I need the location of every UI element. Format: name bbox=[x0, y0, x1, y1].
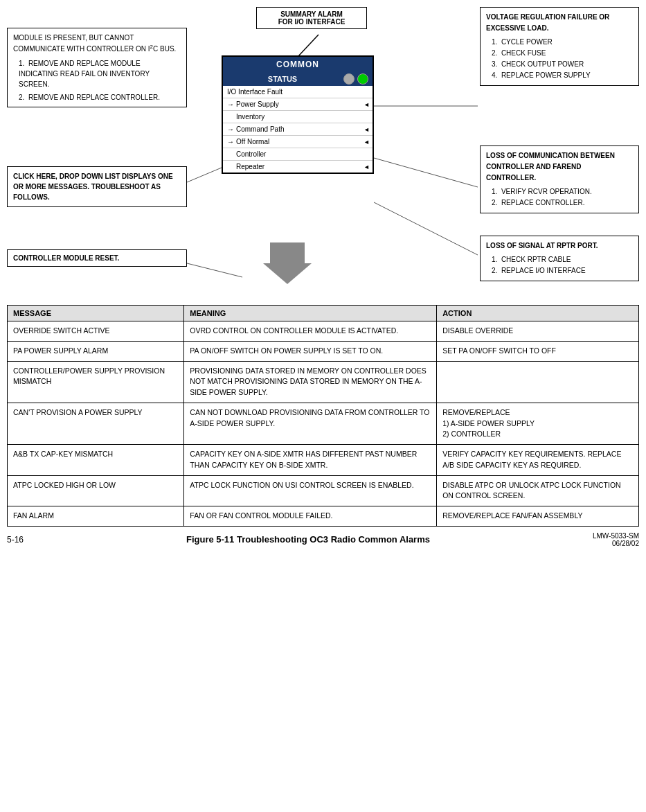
controller-reset-text: CONTROLLER MODULE RESET. bbox=[13, 254, 181, 262]
table-row: FAN ALARM FAN OR FAN CONTROL MODULE FAIL… bbox=[8, 506, 639, 527]
table-row: ATPC LOCKED HIGH OR LOW ATPC LOCK FUNCTI… bbox=[8, 475, 639, 506]
menu-label-command-path: Command Path bbox=[236, 125, 284, 133]
arrow-off-normal: → bbox=[227, 138, 234, 145]
meaning-override: OVRD CONTROL ON CONTROLLER MODULE IS ACT… bbox=[184, 321, 437, 342]
status-circle-a bbox=[343, 73, 355, 85]
menu-label-repeater: Repeater bbox=[236, 163, 264, 170]
svg-line-2 bbox=[374, 158, 478, 187]
right-arrow-off-normal: ◄ bbox=[364, 139, 370, 145]
arrow-body bbox=[270, 242, 305, 263]
arrow-power-supply: → bbox=[227, 100, 234, 108]
msg-cap-key: A&B TX CAP-KEY MISMATCH bbox=[8, 445, 184, 476]
loss-signal-item-1: 1. CHECK RPTR CABLE bbox=[492, 254, 633, 265]
menu-item-command-path[interactable]: → Command Path ◄ bbox=[223, 123, 373, 136]
summary-alarm-line1: SUMMARY ALARM bbox=[260, 10, 364, 18]
col-header-meaning: MEANING bbox=[184, 306, 437, 321]
voltage-item-3: 3. CHECK OUTPUT POWER bbox=[492, 59, 633, 70]
module-item-1: 1. REMOVE AND REPLACE MODULE INDICATING … bbox=[19, 58, 181, 89]
loss-comm-item-1: 1. VERIFY RCVR OPERATION. bbox=[492, 186, 633, 197]
page-number: 5-16 bbox=[7, 535, 24, 545]
msg-provision: CONTROLLER/POWER SUPPLY PROVISION MISMAT… bbox=[8, 361, 184, 403]
figure-caption: Figure 5-11 Troubleshooting OC3 Radio Co… bbox=[186, 534, 430, 545]
loss-signal-box: LOSS OF SIGNAL AT RPTR PORT. 1. CHECK RP… bbox=[480, 236, 639, 281]
status-label: STATUS bbox=[226, 75, 339, 83]
voltage-item-1: 1. CYCLE POWER bbox=[492, 37, 633, 48]
action-cap-key: VERIFY CAPACITY KEY REQUIREMENTS. REPLAC… bbox=[437, 445, 639, 476]
loss-signal-item-2: 2. REPLACE I/O INTERFACE bbox=[492, 265, 633, 276]
voltage-item-2: 2. CHECK FUSE bbox=[492, 48, 633, 59]
col-header-message: MESSAGE bbox=[8, 306, 184, 321]
right-arrow-power-supply: ◄ bbox=[364, 101, 370, 108]
table-row: A&B TX CAP-KEY MISMATCH CAPACITY KEY ON … bbox=[8, 445, 639, 476]
loss-comm-item-2: 2. REPLACE CONTROLLER. bbox=[492, 197, 633, 209]
col-header-action: ACTION bbox=[437, 306, 639, 321]
meaning-fan: FAN OR FAN CONTROL MODULE FAILED. bbox=[184, 506, 437, 527]
meaning-atpc: ATPC LOCK FUNCTION ON USI CONTROL SCREEN… bbox=[184, 475, 437, 506]
action-provision bbox=[437, 361, 639, 403]
menu-item-off-normal[interactable]: → Off Normal ◄ bbox=[223, 136, 373, 148]
loss-comm-title: LOSS OF COMMUNICATION BETWEEN CONTROLLER… bbox=[486, 150, 633, 184]
msg-pa-alarm: PA POWER SUPPLY ALARM bbox=[8, 341, 184, 361]
click-box-text: CLICK HERE, DROP DOWN LIST DISPLAYS ONE … bbox=[13, 171, 181, 202]
meaning-cap-key: CAPACITY KEY ON A-SIDE XMTR HAS DIFFEREN… bbox=[184, 445, 437, 476]
module-item-2: 2. REMOVE AND REPLACE CONTROLLER. bbox=[19, 92, 181, 103]
voltage-item-4: 4. REPLACE POWER SUPPLY bbox=[492, 70, 633, 81]
menu-item-power-supply[interactable]: → Power Supply ◄ bbox=[223, 98, 373, 111]
doc-ref: LMW-5033-SM 06/28/02 bbox=[593, 532, 639, 547]
menu-item-repeater[interactable]: Repeater ◄ bbox=[223, 161, 373, 173]
loss-comm-box: LOSS OF COMMUNICATION BETWEEN CONTROLLER… bbox=[480, 145, 639, 213]
menu-label-off-normal: Off Normal bbox=[236, 138, 269, 145]
module-box: MODULE IS PRESENT, BUT CANNOT COMMUNICAT… bbox=[7, 28, 187, 107]
table-row: CONTROLLER/POWER SUPPLY PROVISION MISMAT… bbox=[8, 361, 639, 403]
menu-item-controller[interactable]: Controller bbox=[223, 148, 373, 161]
summary-alarm-box: SUMMARY ALARM FOR I/O INTERFACE bbox=[256, 7, 367, 29]
table-row: CAN'T PROVISION A POWER SUPPLY CAN NOT D… bbox=[8, 403, 639, 444]
arrow-command-path: → bbox=[227, 125, 234, 133]
msg-cant-provision: CAN'T PROVISION A POWER SUPPLY bbox=[8, 403, 184, 444]
meaning-provision: PROVISIONING DATA STORED IN MEMORY ON CO… bbox=[184, 361, 437, 403]
right-arrow-command-path: ◄ bbox=[364, 126, 370, 133]
meaning-cant-provision: CAN NOT DOWNLOAD PROVISIONING DATA FROM … bbox=[184, 403, 437, 444]
status-circle-b bbox=[357, 73, 368, 85]
action-cant-provision: REMOVE/REPLACE 1) A-SIDE POWER SUPPLY 2)… bbox=[437, 403, 639, 444]
page-wrapper: MODULE IS PRESENT, BUT CANNOT COMMUNICAT… bbox=[7, 7, 639, 547]
table-row: PA POWER SUPPLY ALARM PA ON/OFF SWITCH O… bbox=[8, 341, 639, 361]
meaning-pa-alarm: PA ON/OFF SWITCH ON POWER SUPPLY IS SET … bbox=[184, 341, 437, 361]
svg-line-5 bbox=[187, 263, 242, 277]
voltage-box-title: VOLTAGE REGULATION FAILURE OR EXCESSIVE … bbox=[486, 12, 633, 34]
ui-panel-status-row: STATUS bbox=[223, 72, 373, 86]
menu-label-inventory: Inventory bbox=[236, 113, 264, 121]
big-down-arrow bbox=[253, 242, 322, 284]
diagram-area: MODULE IS PRESENT, BUT CANNOT COMMUNICAT… bbox=[7, 7, 639, 298]
main-table: MESSAGE MEANING ACTION OVERRIDE SWITCH A… bbox=[7, 305, 639, 527]
ui-panel-header: COMMON bbox=[223, 57, 373, 72]
action-override: DISABLE OVERRIDE bbox=[437, 321, 639, 342]
table-row: OVERRIDE SWITCH ACTIVE OVRD CONTROL ON C… bbox=[8, 321, 639, 342]
svg-line-4 bbox=[187, 168, 222, 182]
menu-label-controller: Controller bbox=[236, 150, 266, 158]
click-box: CLICK HERE, DROP DOWN LIST DISPLAYS ONE … bbox=[7, 166, 187, 207]
right-arrow-repeater: ◄ bbox=[364, 164, 370, 170]
table-area: MESSAGE MEANING ACTION OVERRIDE SWITCH A… bbox=[7, 305, 639, 527]
action-atpc: DISABLE ATPC OR UNLOCK ATPC LOCK FUNCTIO… bbox=[437, 475, 639, 506]
arrow-head bbox=[263, 263, 312, 284]
menu-item-inventory[interactable]: Inventory bbox=[223, 111, 373, 123]
fault-row: I/O Interface Fault bbox=[223, 86, 373, 98]
svg-line-0 bbox=[298, 35, 318, 57]
msg-override: OVERRIDE SWITCH ACTIVE bbox=[8, 321, 184, 342]
summary-alarm-line2: FOR I/O INTERFACE bbox=[260, 18, 364, 26]
loss-signal-title: LOSS OF SIGNAL AT RPTR PORT. bbox=[486, 240, 633, 251]
bottom-row: 5-16 Figure 5-11 Troubleshooting OC3 Rad… bbox=[7, 532, 639, 547]
module-box-title: MODULE IS PRESENT, BUT CANNOT COMMUNICAT… bbox=[13, 33, 181, 54]
action-fan: REMOVE/REPLACE FAN/FAN ASSEMBLY bbox=[437, 506, 639, 527]
voltage-box: VOLTAGE REGULATION FAILURE OR EXCESSIVE … bbox=[480, 7, 639, 86]
controller-reset-box: CONTROLLER MODULE RESET. bbox=[7, 249, 187, 267]
action-pa-alarm: SET PA ON/OFF SWITCH TO OFF bbox=[437, 341, 639, 361]
msg-fan: FAN ALARM bbox=[8, 506, 184, 527]
svg-line-3 bbox=[374, 202, 478, 255]
menu-label-power-supply: Power Supply bbox=[236, 100, 279, 108]
msg-atpc: ATPC LOCKED HIGH OR LOW bbox=[8, 475, 184, 506]
ui-panel: COMMON STATUS I/O Interface Fault → Powe… bbox=[222, 55, 374, 174]
